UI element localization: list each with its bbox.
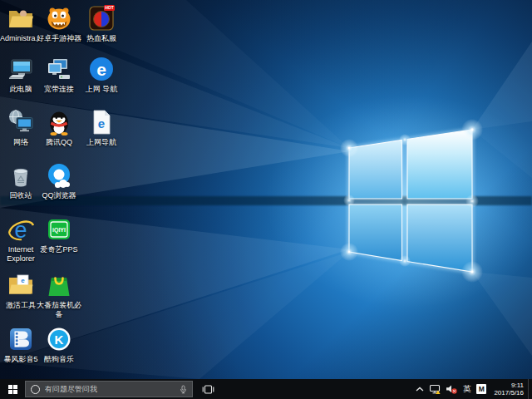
icon-label: 爱奇艺PPS xyxy=(40,245,77,254)
desktop-icon-tencent-qq[interactable]: 腾讯QQ xyxy=(37,108,81,147)
task-view-icon xyxy=(202,384,214,395)
computer-icon xyxy=(7,55,35,83)
icon-label: 酷狗音乐 xyxy=(44,355,74,364)
shopping-bag-icon xyxy=(45,271,73,299)
filmstrip-icon xyxy=(7,325,35,353)
icon-label: QQ浏览器 xyxy=(42,191,76,200)
desktop-icon-rexue-private-server[interactable]: HOT 热血私服 xyxy=(79,4,124,43)
recycle-bin-icon xyxy=(7,161,35,190)
icon-label: 回收站 xyxy=(10,191,32,200)
hot-badge: HOT xyxy=(105,5,114,10)
task-view-button[interactable] xyxy=(197,379,219,399)
icon-label: 腾讯QQ xyxy=(46,138,72,147)
svg-text:e: e xyxy=(21,277,25,284)
iqiyi-icon: iQIYI xyxy=(45,215,73,244)
user-folder-icon xyxy=(7,4,35,32)
desktop-icon-iqiyi-pps[interactable]: iQIYI 爱奇艺PPS xyxy=(37,215,81,254)
icon-label: 宽带连接 xyxy=(44,85,74,94)
tray-ime-mode[interactable]: M xyxy=(476,384,486,394)
game-orb-icon: HOT xyxy=(87,4,116,32)
show-desktop-button[interactable] xyxy=(528,379,532,399)
qq-penguin-icon xyxy=(45,108,73,136)
network-warning-icon xyxy=(429,384,441,395)
desktop-icon-web-navigation-circle[interactable]: e 上网 导航 xyxy=(79,55,124,94)
tray-ime-language[interactable]: 英 xyxy=(460,379,475,399)
desktop-icon-haozhuo-game-tool[interactable]: 好卓手游神器 xyxy=(37,4,81,43)
icon-label: 热血私服 xyxy=(86,34,116,43)
svg-text:e: e xyxy=(96,60,106,79)
icon-label: 此电脑 xyxy=(10,85,32,94)
qq-browser-icon xyxy=(45,161,73,190)
desktop-icon-datomato-essentials[interactable]: 大番茄装机必备 xyxy=(37,271,81,319)
blue-e-icon: e xyxy=(87,55,116,83)
svg-text:K: K xyxy=(55,332,64,347)
microphone-icon[interactable] xyxy=(180,384,187,395)
icon-label: 网络 xyxy=(13,138,28,147)
tray-network-warning[interactable] xyxy=(426,379,443,399)
windows-desktop: Administra... 好卓手游神器 HOT 热血私服 xyxy=(0,0,532,399)
search-input[interactable] xyxy=(45,385,175,393)
icon-label: 上网导航 xyxy=(86,138,116,147)
icon-label: 暴风影音5 xyxy=(3,355,37,364)
windows-logo-icon xyxy=(8,385,17,394)
tray-volume-muted[interactable] xyxy=(443,379,460,399)
icon-label: 大番茄装机必备 xyxy=(37,301,81,319)
cortana-icon xyxy=(31,385,40,394)
edge-document-icon: e xyxy=(87,108,116,136)
dual-monitor-icon xyxy=(45,55,73,83)
desktop-icon-web-navigation-doc[interactable]: e 上网导航 xyxy=(79,108,124,147)
desktop-icon-broadband-connection[interactable]: 宽带连接 xyxy=(37,55,81,94)
search-box[interactable] xyxy=(25,381,193,397)
taskbar: 英 M 9:11 2017/5/16 xyxy=(0,379,532,399)
icon-label: 激活工具 xyxy=(6,301,36,310)
icon-label: Administra... xyxy=(0,34,42,43)
icon-label: 好卓手游神器 xyxy=(37,34,81,43)
icon-label: 上网 导航 xyxy=(86,85,118,94)
desktop-icon-qq-browser[interactable]: QQ浏览器 xyxy=(37,161,81,200)
monster-icon xyxy=(45,4,73,32)
chevron-up-icon xyxy=(416,387,424,392)
tray-chevron-up[interactable] xyxy=(413,379,426,399)
volume-muted-icon xyxy=(446,384,457,394)
tray-clock[interactable]: 9:11 2017/5/16 xyxy=(494,382,524,397)
system-tray: 英 M 9:11 2017/5/16 xyxy=(413,379,532,399)
start-button[interactable] xyxy=(0,379,25,399)
svg-text:e: e xyxy=(98,116,105,131)
clock-date: 2017/5/16 xyxy=(494,389,524,397)
folder-document-icon: e xyxy=(7,271,35,299)
network-globe-icon xyxy=(7,108,35,136)
desktop-icon-kugou-music[interactable]: K 酷狗音乐 xyxy=(37,325,81,364)
clock-time: 9:11 xyxy=(494,382,524,390)
ie-icon: e xyxy=(7,215,35,244)
svg-text:iQIYI: iQIYI xyxy=(52,227,66,234)
kugou-icon: K xyxy=(45,325,73,353)
